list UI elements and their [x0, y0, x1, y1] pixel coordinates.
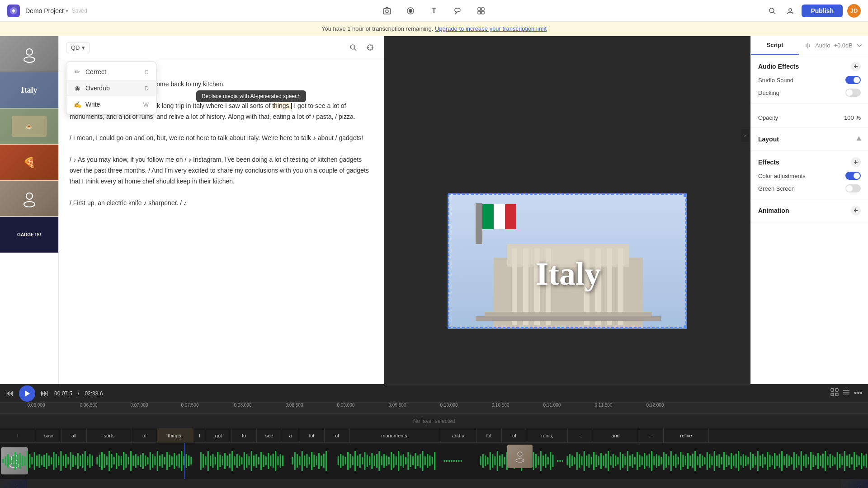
script-paragraph-4[interactable]: / ♪ As you may know, if you follow me on…: [70, 155, 373, 187]
svg-rect-75: [60, 451, 61, 471]
svg-rect-208: [407, 452, 409, 470]
svg-rect-285: [622, 454, 623, 468]
svg-rect-122: [176, 455, 177, 466]
svg-rect-94: [108, 451, 110, 471]
notif-text: You have 1 hour of transcription remaini…: [321, 25, 433, 32]
skip-back-btn[interactable]: ⏮: [5, 389, 14, 398]
script-search-btn[interactable]: [346, 41, 360, 54]
svg-rect-291: [637, 452, 638, 470]
svg-rect-301: [660, 457, 662, 465]
ruler-mark-2: 0:06.500: [80, 403, 98, 408]
script-paragraph-5[interactable]: / First up, an electric knife ♪ sharpene…: [70, 198, 373, 209]
mode-dropdown-btn[interactable]: QD ▾: [66, 42, 90, 53]
app-logo: [7, 5, 20, 17]
clip-thumb-2[interactable]: Italy: [0, 72, 58, 108]
svg-rect-191: [367, 455, 368, 467]
color-adjustments-toggle[interactable]: [845, 172, 861, 180]
ruler-mark-5: 0:08.000: [234, 403, 252, 408]
dropdown-correct[interactable]: ✏ Correct C: [66, 64, 156, 80]
svg-rect-81: [75, 456, 76, 465]
script-crosshair-btn[interactable]: [363, 41, 377, 54]
svg-rect-96: [113, 457, 115, 465]
svg-rect-298: [653, 456, 655, 465]
svg-line-17: [354, 49, 356, 51]
svg-line-10: [774, 12, 775, 14]
svg-rect-336: [745, 455, 746, 466]
word-cell-lot: lot: [299, 428, 325, 442]
correct-shortcut: C: [145, 69, 149, 75]
current-time: 00:07.5: [54, 390, 72, 397]
effects-label: Effects: [758, 159, 779, 166]
svg-rect-296: [649, 454, 650, 468]
svg-rect-138: [222, 456, 223, 465]
svg-rect-24: [476, 203, 482, 244]
search-icon-btn[interactable]: [765, 4, 779, 18]
ruler-mark-6: 0:08.500: [286, 403, 303, 408]
studio-sound-toggle[interactable]: [845, 76, 861, 84]
clip-thumb-5[interactable]: [0, 181, 58, 217]
svg-rect-215: [425, 456, 426, 465]
opacity-section: Opacity 100 %: [751, 103, 868, 128]
publish-button[interactable]: Publish: [802, 5, 843, 17]
svg-rect-312: [687, 453, 689, 469]
text-icon-btn[interactable]: T: [427, 4, 441, 18]
script-paragraph-3[interactable]: / I mean, I could go on and on, but, we'…: [70, 133, 373, 144]
svg-rect-173: [313, 455, 315, 467]
clip-thumb-1[interactable]: [0, 36, 58, 72]
speech-icon-btn[interactable]: [450, 4, 465, 18]
ducking-toggle[interactable]: [845, 89, 861, 97]
svg-rect-60: [24, 456, 25, 465]
svg-rect-64: [34, 452, 35, 470]
green-screen-toggle[interactable]: [845, 184, 861, 192]
project-chevron-icon: ▾: [66, 8, 68, 14]
grid-icon-btn[interactable]: [474, 4, 488, 18]
svg-rect-83: [80, 455, 81, 466]
svg-rect-137: [219, 455, 221, 467]
effects-add-btn[interactable]: +: [851, 157, 861, 167]
svg-rect-360: [803, 455, 804, 466]
animation-add-btn[interactable]: +: [851, 206, 861, 216]
svg-rect-82: [77, 453, 79, 469]
svg-rect-76: [63, 455, 64, 466]
project-name[interactable]: Demo Project ▾ Saved: [25, 7, 87, 14]
clip-thumb-3[interactable]: 🍝: [0, 108, 58, 145]
audio-effects-add-btn[interactable]: +: [851, 61, 861, 71]
play-button[interactable]: [19, 385, 35, 402]
svg-rect-351: [781, 451, 783, 471]
user-icon-btn[interactable]: [783, 4, 797, 18]
svg-rect-290: [634, 457, 636, 465]
svg-rect-216: [427, 454, 428, 468]
camera-icon-btn[interactable]: [380, 4, 394, 18]
svg-rect-278: [605, 454, 607, 468]
clip-thumb-4[interactable]: 🍕: [0, 145, 58, 181]
ruler-mark-12: 0:11.500: [595, 403, 613, 408]
svg-point-4: [409, 9, 412, 13]
notif-link[interactable]: Upgrade to increase your transcription l…: [435, 25, 547, 32]
audio-tab[interactable]: Audio +0.0dB: [799, 36, 868, 55]
timeline-list-view[interactable]: [842, 388, 850, 399]
svg-rect-166: [297, 454, 298, 468]
clip-thumb-6[interactable]: GADGETS!: [0, 217, 58, 253]
ruler-mark-9: 0:10.000: [440, 403, 458, 408]
timeline-area: ⏮ ⏭ 00:07.5 / 02:38.6 ••• 0:06.000 0:06.…: [0, 384, 868, 488]
svg-rect-113: [154, 456, 156, 465]
dropdown-write[interactable]: ✍ Write W: [66, 96, 156, 113]
dropdown-overdub[interactable]: ◉ Overdub D: [66, 80, 156, 96]
word-cell-all: all: [61, 428, 87, 442]
skip-forward-btn[interactable]: ⏭: [41, 389, 49, 398]
svg-rect-176: [321, 455, 322, 466]
svg-rect-99: [121, 456, 122, 465]
svg-rect-157: [268, 453, 269, 469]
svg-rect-68: [43, 455, 45, 467]
record-icon-btn[interactable]: [403, 4, 418, 18]
svg-rect-126: [186, 454, 187, 468]
timeline-more-btn[interactable]: •••: [854, 389, 863, 398]
svg-rect-355: [791, 457, 792, 465]
green-screen-row: Green Screen: [758, 184, 861, 192]
script-tab[interactable]: Script: [751, 36, 799, 55]
word-cell-monuments: monuments,: [350, 428, 440, 442]
layout-collapse-btn[interactable]: ▾: [857, 134, 861, 144]
svg-rect-148: [246, 454, 247, 468]
audio-tab-label: Audio: [815, 42, 830, 49]
timeline-zoom-fit[interactable]: [830, 388, 839, 399]
